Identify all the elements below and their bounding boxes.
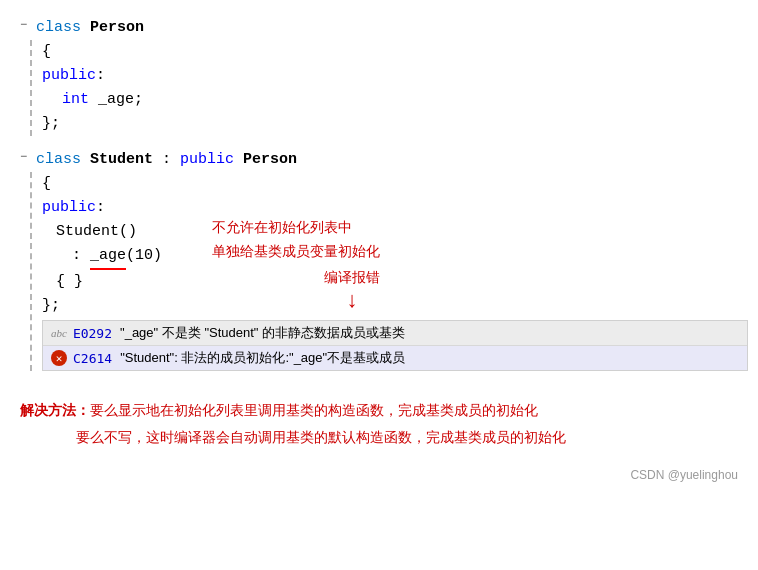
error-abc-icon: abc — [51, 327, 67, 339]
init-age: _age — [90, 244, 126, 270]
error-code-2: C2614 — [73, 351, 112, 366]
class-student-close: }; — [32, 294, 758, 318]
class-student-open-brace: { — [32, 172, 758, 196]
kw-public-1: public — [42, 64, 96, 88]
watermark-area: CSDN @yuelinghou — [0, 466, 758, 484]
class-person-open-brace: { — [32, 40, 758, 64]
init-colon: : — [72, 244, 90, 268]
watermark-text: CSDN @yuelinghou — [630, 468, 738, 482]
arrow-down-icon: ↓ — [345, 289, 358, 315]
error-msg-1: "_age" 不是类 "Student" 的非静态数据成员或基类 — [120, 324, 405, 342]
explanation-line1: 解决方法：要么显示地在初始化列表里调用基类的构造函数，完成基类成员的初始化 — [20, 397, 738, 424]
explanation-text2: 要么不写，这时编译器会自动调用基类的默认构造函数，完成基类成员的初始化 — [76, 429, 566, 445]
class-name-student: Student — [90, 148, 153, 172]
constructor-line: Student() — [32, 220, 758, 244]
class-student-header-line: − class Student : public Person — [10, 148, 758, 172]
field-age: _age; — [98, 88, 143, 112]
keyword-class1: class — [36, 16, 81, 40]
collapse-btn-2[interactable]: − — [20, 148, 34, 167]
error-row-2: ✕ C2614 "Student": 非法的成员初始化:"_age"不是基或成员 — [43, 346, 747, 370]
explanation-text1: 要么显示地在初始化列表里调用基类的构造函数，完成基类成员的初始化 — [90, 402, 538, 418]
explanation-line2: 要么不写，这时编译器会自动调用基类的默认构造函数，完成基类成员的初始化 — [20, 424, 738, 451]
collapse-btn-1[interactable]: − — [20, 16, 34, 35]
class-person-field: int _age; — [32, 88, 758, 112]
error-x-icon: ✕ — [51, 350, 67, 366]
annotation-line2: 单独给基类成员变量初始化 — [212, 240, 380, 264]
code-area: − class class PersonPerson { public: int… — [0, 0, 758, 385]
annotation-line1: 不允许在初始化列表中 — [212, 216, 380, 240]
error-code-1: E0292 — [73, 326, 112, 341]
constructor-section: Student() : _age(10) 不允许在初始化列表中 单独给基类成员变… — [32, 220, 758, 294]
class-person-access: public: — [32, 64, 758, 88]
page-container: − class class PersonPerson { public: int… — [0, 0, 758, 570]
parent-class-name: Person — [243, 148, 297, 172]
class-person-close: }; — [32, 112, 758, 136]
constructor-body-line: { } — [32, 270, 758, 294]
constructor-name: Student() — [56, 220, 137, 244]
kw-public-2: public — [42, 196, 96, 220]
explanation-section: 解决方法：要么显示地在初始化列表里调用基类的构造函数，完成基类成员的初始化 要么… — [0, 397, 758, 450]
explanation-label: 解决方法： — [20, 402, 90, 418]
class1-header-text: Person — [90, 16, 144, 40]
kw-int: int — [62, 88, 89, 112]
arrow-label: 编译报错 — [324, 266, 380, 290]
error-row-1: abc E0292 "_age" 不是类 "Student" 的非静态数据成员或… — [43, 321, 747, 346]
error-panel: abc E0292 "_age" 不是类 "Student" 的非静态数据成员或… — [42, 320, 748, 371]
class-person-header-line: − class class PersonPerson — [10, 16, 758, 40]
class-student-access: public: — [32, 196, 758, 220]
keyword-class2: class — [36, 148, 81, 172]
init-list-line: : _age(10) — [32, 244, 758, 270]
annotation-box: 不允许在初始化列表中 单独给基类成员变量初始化 编译报错 ↓ — [212, 216, 380, 316]
error-msg-2: "Student": 非法的成员初始化:"_age"不是基或成员 — [120, 349, 405, 367]
